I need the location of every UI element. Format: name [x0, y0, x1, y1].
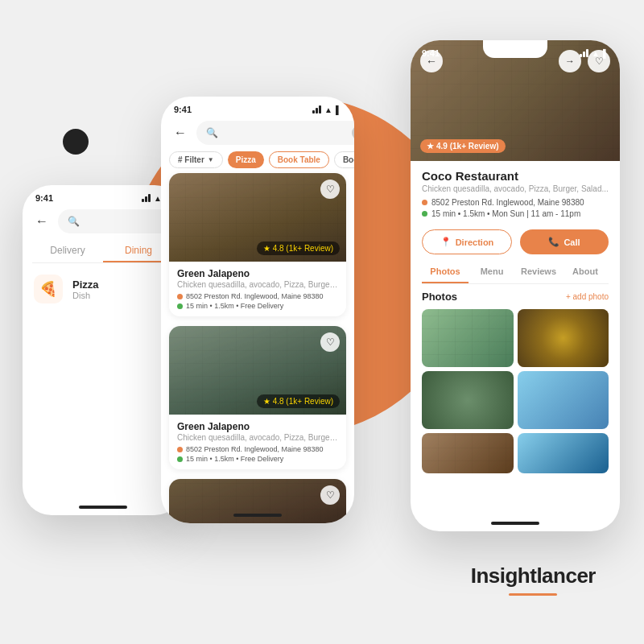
card-body-2: Green Jalapeno Chicken quesadilla, avoca… [169, 415, 346, 469]
detail-header-image: 9:41 ▲ ▌ ← → ♡ ★ 4.9 (1k+ Review) [411, 40, 620, 161]
brand-underline [509, 593, 557, 596]
star-icon-2: ★ [263, 397, 270, 406]
decorative-dot-topleft [63, 129, 89, 155]
restaurant-detail-name: Coco Restaurant [422, 169, 609, 183]
photos-section-title: Photos [422, 291, 457, 303]
filter-chip-pizza[interactable]: Pizza [228, 151, 264, 168]
filter-chip-booktable2[interactable]: Book Table [334, 151, 354, 168]
location-dot-2 [177, 447, 183, 452]
restaurant-name-1: Green Jalapeno [177, 268, 338, 279]
status-icons-mid: ▲ ▌ [312, 105, 341, 114]
restaurant-detail-desc: Chicken quesadilla, avocado, Pizza, Burg… [422, 184, 609, 193]
delivery-dot-2 [177, 456, 183, 462]
filter-label: # Filter [178, 155, 204, 164]
photo-6[interactable] [518, 433, 609, 473]
suggestion-name: Pizza [72, 279, 99, 291]
search-icon-mid: 🔍 [206, 127, 218, 138]
status-time-mid: 9:41 [174, 105, 192, 114]
location-dot-1 [177, 294, 183, 299]
suggestion-text: Pizza Dish [72, 279, 99, 300]
star-icon-detail: ★ [427, 142, 434, 151]
status-icons-right: ▲ ▌ [580, 49, 609, 58]
direction-button[interactable]: 📍 Direction [422, 229, 512, 254]
booktable-filter-label: Book Table [278, 155, 320, 164]
home-bar-mid [233, 514, 282, 517]
restaurant-desc-1: Chicken quesadilla, avocado, Pizza, Burg… [177, 280, 338, 289]
wifi-icon-right: ▲ [592, 49, 600, 58]
photo-3[interactable] [422, 371, 514, 429]
search-icon-left: 🔍 [68, 216, 80, 227]
wifi-icon-mid: ▲ [324, 105, 332, 114]
filter-chip-main[interactable]: # Filter ▼ [169, 151, 223, 168]
status-time-left: 9:41 [35, 193, 53, 203]
battery-icon-mid: ▌ [336, 105, 341, 114]
favorite-btn-2[interactable]: ♡ [320, 332, 340, 352]
battery-icon-right: ▌ [603, 49, 609, 58]
suggestion-category: Dish [72, 291, 99, 300]
restaurant-card-1[interactable]: ♡ ★ 4.8 (1k+ Review) Green Jalapeno Chic… [169, 173, 346, 316]
signal-icon [142, 194, 151, 202]
notch-mid [225, 97, 290, 114]
pizza-icon: 🍕 [34, 275, 63, 303]
signal-icon-mid [312, 105, 321, 114]
hours-detail-row: 15 min • 1.5km • Mon Sun | 11 am - 11pm [422, 209, 609, 218]
detail-info: Coco Restaurant Chicken quesadilla, avoc… [411, 161, 620, 223]
tab-bar-left: Delivery Dining [32, 240, 174, 263]
back-button-left[interactable]: ← [31, 210, 53, 233]
brand-name: Insightlancer [471, 564, 596, 588]
brand-section: Insightlancer [471, 564, 596, 596]
booktable2-filter-label: Book Table [343, 155, 354, 164]
tab-about[interactable]: About [562, 261, 609, 283]
address-row-1: 8502 Preston Rd. Inglewood, Maine 98380 [177, 292, 338, 300]
location-dot-detail [422, 200, 427, 205]
signal-icon-right [580, 49, 588, 57]
suggestion-item[interactable]: 🍕 Pizza Dish [23, 266, 184, 312]
photos-section: Photos + add photo [411, 284, 620, 473]
add-photo-button[interactable]: + add photo [566, 292, 609, 301]
favorite-btn-3[interactable]: ♡ [320, 485, 340, 505]
tab-reviews[interactable]: Reviews [515, 261, 562, 283]
clear-button-mid[interactable]: ✕ [352, 126, 354, 140]
notch-right [483, 40, 547, 58]
photo-5[interactable] [422, 433, 514, 473]
tab-photos[interactable]: Photos [422, 261, 469, 283]
tab-delivery[interactable]: Delivery [32, 240, 103, 262]
hours-dot-detail [422, 211, 427, 217]
restaurant-name-2: Green Jalapeno [177, 421, 338, 432]
photos-header: Photos + add photo [422, 291, 609, 303]
card-meta-1: 8502 Preston Rd. Inglewood, Maine 98380 … [177, 292, 338, 310]
filter-row: # Filter ▼ Pizza Book Table Book Table [161, 148, 354, 173]
search-input-mid[interactable]: Pizza [225, 127, 345, 138]
restaurant-card-2[interactable]: ♡ ★ 4.8 (1k+ Review) Green Jalapeno Chic… [169, 326, 346, 469]
delivery-row-2: 15 min • 1.5km • Free Delivery [177, 455, 338, 463]
restaurant-desc-2: Chicken quesadilla, avocado, Pizza, Burg… [177, 433, 338, 442]
pizza-filter-label: Pizza [236, 155, 256, 164]
home-bar-left [79, 506, 127, 509]
photo-grid [422, 309, 609, 429]
restaurant-detail-meta: 8502 Preston Rd. Inglewood, Maine 98380 … [422, 198, 609, 218]
filter-chevron: ▼ [208, 156, 214, 163]
rating-badge-1: ★ 4.8 (1k+ Review) [257, 242, 340, 255]
photo-2[interactable] [518, 309, 609, 367]
status-time-right: 9:41 [422, 48, 440, 58]
filter-chip-booktable[interactable]: Book Table [269, 151, 329, 168]
tab-menu[interactable]: Menu [469, 261, 515, 283]
back-button-mid[interactable]: ← [169, 122, 192, 144]
favorite-btn-1[interactable]: ♡ [320, 180, 340, 199]
delivery-dot-1 [177, 303, 183, 309]
photo-grid-2 [422, 433, 609, 473]
delivery-row-1: 15 min • 1.5km • Free Delivery [177, 302, 338, 310]
star-icon-1: ★ [263, 244, 270, 253]
restaurant-image-1: ♡ ★ 4.8 (1k+ Review) [169, 173, 346, 262]
phone-mid: 9:41 ▲ ▌ ← 🔍 Pizza ✕ # Filter ▼ Pizza Bo… [161, 97, 354, 523]
call-button[interactable]: 📞 Call [520, 229, 609, 254]
rating-badge-2: ★ 4.8 (1k+ Review) [257, 394, 340, 408]
photo-4[interactable] [518, 371, 609, 429]
search-bar-mid[interactable]: 🔍 Pizza ✕ [196, 121, 354, 145]
notch-left [71, 185, 135, 203]
header-rating-badge: ★ 4.9 (1k+ Review) [420, 139, 506, 153]
restaurant-image-2: ♡ ★ 4.8 (1k+ Review) [169, 326, 346, 415]
phone-right: 9:41 ▲ ▌ ← → ♡ ★ 4.9 (1k+ Review) Coco R… [411, 40, 620, 531]
photo-1[interactable] [422, 309, 514, 367]
call-icon: 📞 [548, 237, 559, 247]
